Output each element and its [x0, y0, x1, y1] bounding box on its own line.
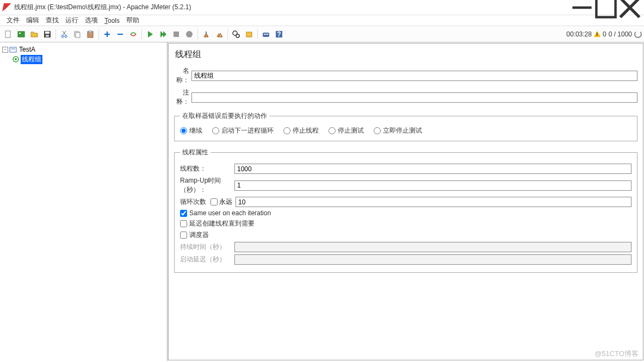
paste-icon[interactable]: [84, 28, 96, 40]
delay-create-checkbox[interactable]: 延迟创建线程直到需要: [180, 219, 631, 228]
svg-rect-26: [206, 32, 207, 34]
testplan-icon: [9, 46, 17, 53]
menu-tools[interactable]: Tools: [101, 16, 123, 26]
comment-label: 注释：: [174, 88, 191, 107]
forever-checkbox[interactable]: 永远: [210, 197, 232, 207]
new-icon[interactable]: [2, 28, 14, 40]
menu-file[interactable]: 文件: [3, 15, 23, 26]
name-label: 名称：: [174, 66, 191, 85]
loop-label: 循环次数: [180, 197, 210, 207]
templates-icon[interactable]: [15, 28, 27, 40]
menu-bar: 文件 编辑 查找 运行 选项 Tools 帮助: [0, 15, 644, 26]
elapsed-time: 00:03:28: [566, 30, 592, 38]
svg-point-10: [61, 35, 64, 38]
open-icon[interactable]: [28, 28, 40, 40]
toolbar: ? 00:03:28 0 0 / 1000: [0, 26, 644, 42]
menu-edit[interactable]: 编辑: [23, 15, 42, 26]
tree-root[interactable]: − TestA: [2, 45, 165, 54]
svg-rect-32: [265, 34, 267, 35]
minimize-button[interactable]: [570, 0, 594, 15]
start-icon[interactable]: [144, 28, 156, 40]
thread-props-group: 线程属性 线程数： Ramp-Up时间（秒）： 循环次数 永远 Same use…: [174, 148, 637, 273]
scheduler-checkbox[interactable]: 调度器: [180, 230, 631, 240]
startup-delay-label: 启动延迟（秒）: [180, 255, 234, 264]
svg-rect-15: [76, 33, 80, 38]
duration-label: 持续时间（秒）: [180, 242, 234, 252]
ramp-input[interactable]: [234, 180, 631, 191]
loop-input[interactable]: [236, 197, 631, 207]
maximize-button[interactable]: [594, 0, 618, 15]
close-button[interactable]: [618, 0, 642, 15]
menu-help[interactable]: 帮助: [123, 15, 143, 26]
radio-stop-thread[interactable]: 停止线程: [283, 126, 319, 135]
svg-point-28: [236, 34, 239, 38]
error-legend: 在取样器错误后要执行的动作: [180, 111, 269, 121]
name-input[interactable]: [191, 71, 637, 81]
same-user-checkbox[interactable]: Same user on each iteration: [180, 209, 631, 217]
svg-rect-24: [174, 32, 179, 37]
svg-point-25: [186, 31, 193, 38]
tree-root-label[interactable]: TestA: [18, 46, 36, 53]
error-action-group: 在取样器错误后要执行的动作 继续 启动下一进程循环 停止线程 停止测试 立即停止…: [174, 111, 637, 141]
refresh-icon[interactable]: [634, 30, 642, 38]
startup-delay-input: [234, 254, 631, 265]
menu-options[interactable]: 选项: [82, 15, 101, 26]
search-icon[interactable]: [230, 28, 242, 40]
svg-marker-23: [163, 31, 166, 38]
threadgroup-icon: [12, 55, 20, 63]
svg-rect-33: [267, 34, 268, 35]
tree-child[interactable]: 线程组: [2, 54, 165, 64]
function-helper-icon[interactable]: [260, 28, 272, 40]
expand-icon[interactable]: [101, 28, 113, 40]
svg-rect-31: [264, 34, 265, 35]
svg-rect-5: [18, 32, 24, 37]
warning-icon[interactable]: [594, 31, 600, 37]
props-legend: 线程属性: [180, 148, 210, 157]
editor-panel: 线程组 名称： 注释： 在取样器错误后要执行的动作 继续 启动下一进程循环 停止…: [168, 43, 643, 360]
toggle-icon[interactable]: [127, 28, 139, 40]
svg-rect-9: [46, 35, 49, 37]
radio-next-loop[interactable]: 启动下一进程循环: [212, 126, 274, 135]
thread-counter: 0 / 1000: [609, 30, 632, 38]
warn-count: 0: [603, 30, 606, 38]
clear-icon[interactable]: [200, 28, 212, 40]
svg-marker-21: [148, 31, 153, 38]
menu-run[interactable]: 运行: [62, 15, 82, 26]
tree-child-label[interactable]: 线程组: [21, 55, 42, 64]
shutdown-icon[interactable]: [183, 28, 195, 40]
panel-heading: 线程组: [175, 49, 637, 60]
tree-panel[interactable]: − TestA 线程组: [0, 42, 168, 361]
jmeter-icon: [2, 3, 11, 12]
duration-input: [234, 242, 631, 252]
reset-search-icon[interactable]: [243, 28, 255, 40]
help-icon[interactable]: ?: [273, 28, 285, 40]
clear-all-icon[interactable]: [213, 28, 225, 40]
svg-rect-4: [5, 31, 10, 38]
title-bar: 线程组.jmx (E:\testDemo\线程组.jmx) - Apache J…: [0, 0, 644, 15]
svg-rect-8: [45, 32, 49, 34]
radio-continue[interactable]: 继续: [180, 126, 202, 135]
collapse-icon[interactable]: [114, 28, 126, 40]
radio-stop-now[interactable]: 立即停止测试: [374, 126, 422, 135]
radio-stop-test[interactable]: 停止测试: [329, 126, 364, 135]
svg-rect-6: [19, 33, 21, 34]
svg-point-11: [65, 35, 67, 38]
svg-rect-29: [246, 32, 252, 37]
window-title: 线程组.jmx (E:\testDemo\线程组.jmx) - Apache J…: [14, 3, 191, 12]
copy-icon[interactable]: [71, 28, 83, 40]
svg-rect-1: [596, 0, 615, 17]
threads-input[interactable]: [234, 164, 631, 174]
svg-text:?: ?: [277, 30, 281, 38]
ramp-label: Ramp-Up时间（秒）：: [180, 176, 234, 195]
cut-icon[interactable]: [58, 28, 70, 40]
svg-rect-17: [89, 31, 92, 33]
svg-point-39: [15, 58, 17, 60]
collapse-toggle-icon[interactable]: −: [2, 47, 8, 53]
save-icon[interactable]: [41, 28, 53, 40]
stop-icon[interactable]: [170, 28, 182, 40]
threads-label: 线程数：: [180, 164, 234, 173]
start-no-pause-icon[interactable]: [157, 28, 169, 40]
svg-rect-36: [10, 47, 16, 52]
menu-search[interactable]: 查找: [42, 15, 62, 26]
comment-input[interactable]: [191, 92, 637, 103]
